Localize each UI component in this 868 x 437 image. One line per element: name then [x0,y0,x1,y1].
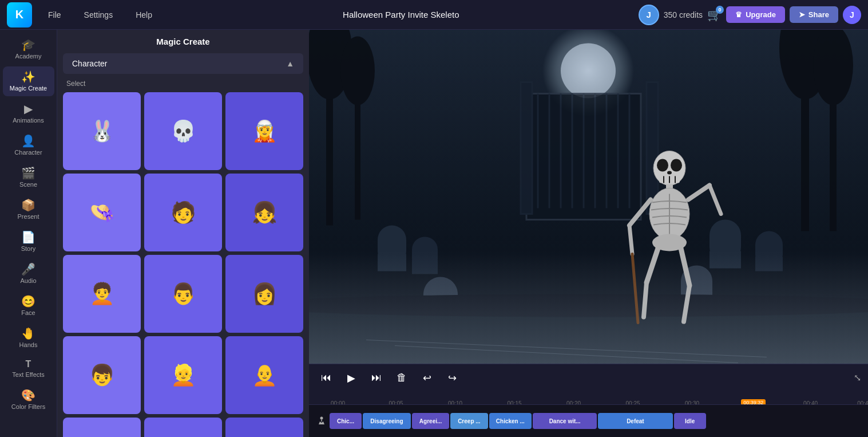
sidebar-label-magic-create: Magic Create [10,85,47,92]
character-card-4[interactable]: 👒 [63,174,141,251]
academy-icon: 🎓 [21,39,35,50]
nav-right: J 350 credits 🛒 0 ♛ Upgrade ➤ Share J [639,5,861,25]
sidebar-label-present: Present [18,213,39,220]
skip-to-start-button[interactable]: ⏮ [316,368,336,388]
timeline-segment-4[interactable]: Chicken ... [489,413,532,429]
character-emoji-8: 👨 [144,255,222,333]
character-card-15[interactable]: 👦 [225,418,303,437]
sidebar-item-animations[interactable]: ▶ Animations [3,99,54,128]
canvas-preview [309,30,868,364]
timeline-segment-0[interactable]: Chic... [330,413,362,429]
redo-button[interactable]: ↪ [442,368,462,388]
scene-icon: 🎬 [21,167,35,179]
character-card-6[interactable]: 👧 [225,174,303,251]
svg-point-45 [671,159,682,172]
character-emoji-15: 👦 [225,418,303,437]
menu-settings[interactable]: Settings [73,6,125,24]
sidebar-label-hands: Hands [19,341,38,348]
share-label: Share [808,10,829,19]
character-card-1[interactable]: 🐰 [63,92,141,170]
scene-fog [309,249,868,364]
delete-button[interactable]: 🗑 [391,368,412,388]
time-label-5: 00:25 [626,400,640,405]
time-label-3: 00:15 [508,400,522,405]
timeline-segment-2[interactable]: Agreei... [412,413,449,429]
character-emoji-5: 🧑 [144,174,222,251]
character-card-14[interactable]: 🧑 [144,418,222,437]
timeline-area: 00:00 00:05 00:10 00:15 00:20 00:25 00:3… [309,391,868,437]
user-avatar-left[interactable]: J [639,5,659,25]
time-label-4: 00:20 [566,400,581,405]
sidebar-item-magic-create[interactable]: ✨ Magic Create [3,66,54,96]
sidebar-item-text-effects[interactable]: T Text Effects [3,355,54,383]
crown-icon: ♛ [735,10,742,19]
time-label-8: 00:40 [803,400,818,405]
character-emoji-12: 🧑‍🦲 [225,336,303,414]
sidebar-item-story[interactable]: 📄 Story [3,227,54,257]
skip-to-end-button[interactable]: ⏭ [366,368,387,388]
time-label-2: 00:10 [448,400,462,405]
timeline-segment-7[interactable]: Idle [674,413,706,429]
sidebar-item-face[interactable]: 😊 Face [3,291,54,321]
sidebar-item-hands[interactable]: 🤚 Hands [3,323,54,353]
character-card-8[interactable]: 👨 [144,255,222,333]
character-card-11[interactable]: 👱 [144,336,222,414]
timeline-segment-1[interactable]: Disagreeing [363,413,411,429]
timeline-segment-6[interactable]: Defeat [598,413,673,429]
sidebar-item-present[interactable]: 📦 Present [3,195,54,225]
panel-scroll-area[interactable]: Character ▲ Select 🐰💀🧝👒🧑👧🧑‍🦱👨👩👦👱🧑‍🦲🧙🧑👦👤 … [57,53,309,437]
sidebar-label-face: Face [21,309,35,316]
track-icon [314,416,330,426]
sidebar-label-color-filters: Color Filters [11,403,45,410]
sidebar-label-audio: Audio [20,277,36,284]
sidebar-label-scene: Scene [19,181,37,188]
project-title: Halloween Party Invite Skeleto [164,10,639,19]
main-area: 🎓 Academy ✨ Magic Create ▶ Animations 👤 … [0,30,868,437]
character-emoji-1: 🐰 [63,92,141,170]
character-section-header[interactable]: Character ▲ [63,53,303,74]
sidebar-item-academy[interactable]: 🎓 Academy [3,34,54,64]
track-segments: Chic...DisagreeingAgreei...Creep ...Chic… [330,412,863,430]
character-card-13[interactable]: 🧙 [63,418,141,437]
character-card-5[interactable]: 🧑 [144,174,222,251]
graveyard-scene [309,30,868,364]
character-card-9[interactable]: 👩 [225,255,303,333]
character-chevron-icon: ▲ [286,59,294,68]
share-button[interactable]: ➤ Share [790,6,838,23]
hands-icon: 🤚 [21,328,35,339]
character-icon: 👤 [21,135,35,147]
svg-rect-21 [521,82,532,214]
undo-button[interactable]: ↩ [417,368,437,388]
time-label-9: 00:45 [857,400,868,405]
character-card-3[interactable]: 🧝 [225,92,303,170]
character-emoji-10: 👦 [63,336,141,414]
sidebar-item-audio[interactable]: 🎤 Audio [3,259,54,289]
menu-help[interactable]: Help [124,6,164,24]
play-pause-button[interactable]: ▶ [341,368,362,388]
user-avatar-right[interactable]: J [843,6,861,24]
sidebar-label-character: Character [14,149,42,156]
left-sidebar: 🎓 Academy ✨ Magic Create ▶ Animations 👤 … [0,30,57,437]
cart-badge: 0 [716,6,724,14]
upgrade-button[interactable]: ♛ Upgrade [726,6,785,23]
character-card-2[interactable]: 💀 [144,92,222,170]
cart-button[interactable]: 🛒 0 [707,8,722,22]
character-card-10[interactable]: 👦 [63,336,141,414]
magic-create-panel: Magic Create Character ▲ Select 🐰💀🧝👒🧑👧🧑‍… [57,30,309,437]
timeline-segment-3[interactable]: Creep ... [450,413,487,429]
sidebar-item-scene[interactable]: 🎬 Scene [3,163,54,192]
app-logo: K [7,2,32,27]
select-label: Select [57,77,309,92]
character-card-7[interactable]: 🧑‍🦱 [63,255,141,333]
character-card-12[interactable]: 🧑‍🦲 [225,336,303,414]
credits-display[interactable]: 350 credits [664,10,703,19]
timeline-ruler: 00:00 00:05 00:10 00:15 00:20 00:25 00:3… [309,391,868,405]
menu-file[interactable]: File [37,6,73,24]
svg-point-2 [561,44,616,99]
share-icon: ➤ [799,10,805,19]
sidebar-item-character[interactable]: 👤 Character [3,131,54,160]
timeline-segment-5[interactable]: Dance wit... [533,413,597,429]
story-icon: 📄 [21,231,35,243]
sidebar-item-color-filters[interactable]: 🎨 Color Filters [3,385,54,415]
expand-icon[interactable]: ⤡ [854,372,861,383]
